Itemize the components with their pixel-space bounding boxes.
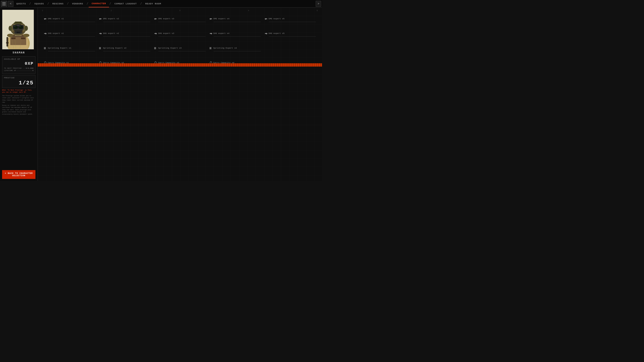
smg-icon [44, 17, 47, 20]
back-to-character-selection-button[interactable]: « BACK TO CHARACTER SELECTION [2, 170, 36, 179]
svg-rect-38 [46, 19, 46, 19]
svg-rect-61 [100, 33, 102, 34]
skill-shg-v1-label: SHG expert v1 [48, 32, 64, 34]
skill-shg-v1[interactable]: SHG expert v1 [42, 28, 97, 38]
svg-point-27 [24, 26, 28, 31]
skill-sprint-v2-label: Sprinting Expert v2 [103, 47, 126, 49]
svg-rect-70 [210, 33, 210, 34]
skill-smg-v2-label: SMG expert v2 [103, 18, 119, 20]
skill-shg-v2-label: SHG expert v2 [103, 32, 119, 34]
nav-item-ready-room[interactable]: READY ROOM [142, 0, 164, 7]
skill-smg-v4-label: SMG expert v4 [214, 18, 230, 20]
skill-sprint-v1[interactable]: Sprinting Expert v1 [42, 43, 97, 53]
nav-next-arrow[interactable]: > [316, 1, 321, 7]
smg-icon [99, 17, 102, 20]
svg-rect-65 [155, 33, 157, 34]
skill-smg-v1-label: SMG expert v1 [48, 18, 64, 20]
progress-indicators: 1 2 3 4 5 [42, 10, 318, 14]
svg-point-13 [14, 26, 18, 29]
svg-rect-56 [265, 19, 266, 20]
nav-item-combat-loadout[interactable]: COMBAT LOADOUT [112, 0, 140, 7]
sprint-icon [44, 47, 47, 50]
nav-separator: / [110, 2, 111, 5]
svg-rect-68 [156, 34, 156, 34]
svg-rect-72 [211, 34, 212, 34]
skill-shg-v4[interactable]: SHG expert v4 [208, 28, 263, 38]
smg-expert-row: SMG expert v1 SMG expert v2 [42, 14, 318, 23]
menu-button[interactable] [1, 1, 7, 7]
svg-rect-53 [265, 18, 267, 19]
svg-rect-48 [155, 19, 155, 20]
skill-shg-v2[interactable]: SHG expert v2 [97, 28, 152, 38]
svg-rect-87 [210, 47, 211, 49]
xp-to-next-prestige-row: TO NEXT PRESTIGE 0/8,000 [4, 67, 34, 69]
svg-rect-42 [101, 19, 102, 19]
skill-smg-v3[interactable]: SMG expert v3 [152, 14, 207, 23]
prestige-desc2: Doing so removes all skills and increase… [2, 104, 36, 115]
svg-rect-54 [267, 19, 267, 19]
skill-smg-v5[interactable]: SMG expert v5 [263, 14, 318, 23]
character-portrait [2, 10, 34, 49]
nav-item-character[interactable]: CHARACTER [89, 0, 109, 7]
skill-smg-v2[interactable]: SMG expert v2 [97, 14, 152, 23]
xp-value: 0XP [4, 61, 34, 66]
svg-point-26 [8, 26, 12, 31]
nav-item-regions[interactable]: REGIONS [50, 0, 66, 7]
svg-rect-55 [266, 18, 266, 18]
svg-rect-76 [266, 34, 267, 34]
svg-rect-28 [6, 37, 8, 46]
nav-separator: / [140, 2, 142, 5]
sprint-icon [210, 47, 212, 50]
nav-item-vendors[interactable]: VENDORS [69, 0, 86, 7]
right-panel: 1 2 3 4 5 SMG expert v1 [38, 7, 322, 181]
nav-item-squads[interactable]: SQUADS [32, 0, 47, 7]
top-navigation: < QUESTS / SQUADS / REGIONS / VENDORS / … [0, 0, 322, 7]
svg-rect-45 [154, 18, 156, 19]
svg-rect-52 [210, 19, 211, 20]
svg-point-34 [23, 34, 29, 37]
svg-rect-62 [99, 33, 100, 34]
skill-smg-v1[interactable]: SMG expert v1 [42, 14, 97, 23]
svg-rect-6 [21, 37, 25, 39]
svg-rect-58 [44, 33, 44, 34]
skill-shg-v5[interactable]: SHG expert v5 [263, 28, 318, 38]
shg-icon [210, 32, 212, 35]
svg-rect-39 [45, 18, 46, 18]
nav-separator: / [86, 2, 88, 5]
skill-sprint-v4[interactable]: Sprinting Expert v4 [208, 43, 263, 53]
character-name: SHAMAN [2, 51, 36, 54]
svg-rect-46 [156, 19, 157, 19]
nav-items: QUESTS / SQUADS / REGIONS / VENDORS / CH… [14, 0, 316, 7]
nav-item-quests[interactable]: QUESTS [14, 0, 29, 7]
svg-point-24 [16, 32, 18, 33]
svg-rect-43 [100, 18, 100, 18]
svg-rect-47 [155, 18, 156, 18]
skill-sprint-v4-label: Sprinting Expert v4 [214, 47, 237, 49]
svg-rect-77 [44, 47, 44, 49]
svg-rect-73 [265, 33, 267, 34]
skill-shg-v3[interactable]: SHG expert v3 [152, 28, 207, 38]
svg-rect-86 [210, 47, 210, 49]
shg-icon [99, 32, 102, 35]
svg-point-14 [19, 26, 23, 29]
svg-rect-29 [6, 42, 8, 43]
svg-rect-36 [22, 31, 23, 32]
svg-rect-64 [100, 34, 101, 34]
nav-separator: / [29, 2, 31, 5]
smg-icon [154, 17, 157, 20]
skill-smg-v5-label: SMG expert v5 [268, 18, 285, 20]
skill-shg-v5-label: SHG expert v5 [268, 32, 285, 34]
skill-smg-v4[interactable]: SMG expert v4 [208, 14, 263, 23]
shg-icon [154, 32, 157, 35]
svg-rect-81 [100, 47, 100, 49]
skill-smg-v3-label: SMG expert v3 [158, 18, 174, 20]
nav-prev-arrow[interactable]: < [8, 1, 14, 7]
svg-rect-51 [210, 18, 211, 18]
skill-sprint-v3-label: Sprinting Expert v3 [158, 47, 182, 49]
svg-rect-69 [210, 33, 212, 34]
svg-rect-50 [212, 19, 212, 19]
prestige-section: PRESTIGE 1/25 [2, 75, 36, 88]
skill-sprint-v2[interactable]: Sprinting Expert v2 [97, 43, 152, 53]
svg-point-16 [19, 26, 20, 27]
skill-sprint-v3[interactable]: Sprinting Expert v3 [152, 43, 207, 53]
